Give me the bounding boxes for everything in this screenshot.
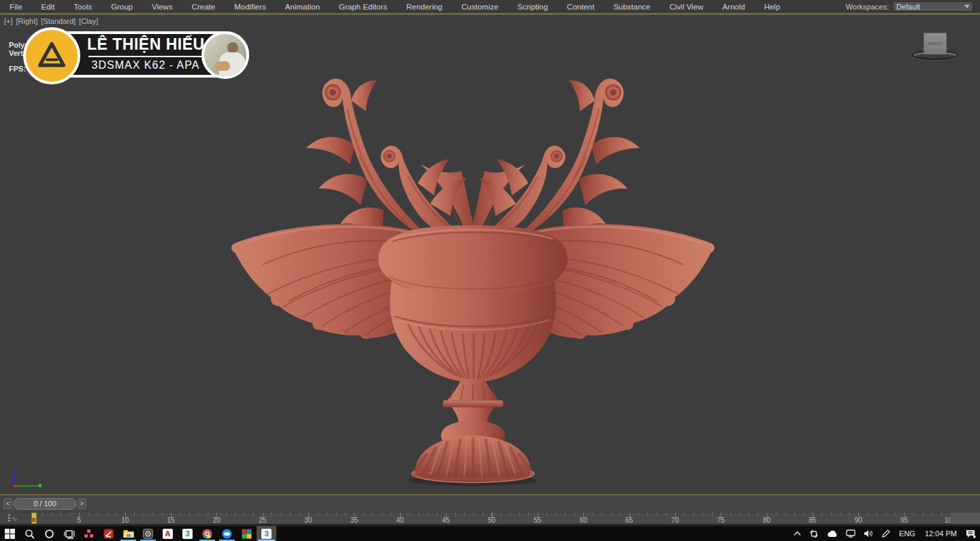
frame-number: 90	[855, 517, 862, 524]
3ds-max-active-button[interactable]: 3	[257, 526, 276, 541]
task-view-button[interactable]	[59, 526, 79, 541]
viewport-label-part[interactable]: [Clay]	[79, 17, 98, 25]
time-slider-handle[interactable]: 0 / 100	[14, 498, 76, 510]
volume-icon	[864, 529, 873, 538]
action-center-button[interactable]	[962, 526, 980, 541]
file-explorer-button[interactable]	[118, 526, 138, 541]
clock[interactable]: 12:04 PM	[920, 526, 962, 541]
task-view-icon	[64, 529, 75, 539]
volume-tray-button[interactable]	[860, 526, 877, 541]
red-nodes-app-button[interactable]	[79, 526, 99, 541]
viewport-label-part[interactable]: [+]	[4, 17, 13, 25]
menu-item[interactable]: Group	[101, 0, 142, 13]
menu-item[interactable]: Edit	[32, 0, 65, 13]
menu-item[interactable]: Graph Editors	[329, 0, 397, 13]
workspace-select[interactable]: Default	[893, 1, 973, 12]
start-button[interactable]	[0, 526, 20, 541]
action-center-icon	[966, 529, 976, 538]
menu-item[interactable]: Help	[755, 0, 790, 13]
frame-number: 60	[580, 517, 587, 524]
chevron-down-icon	[964, 5, 970, 8]
3ds-max-icon: 3	[182, 529, 193, 539]
menu-items: FileEditToolsGroupViewsCreateModifiersAn…	[0, 0, 789, 13]
z-axis	[14, 470, 16, 486]
frame-number: 40	[396, 517, 404, 524]
autocad-button[interactable]: A	[158, 526, 178, 541]
y-axis-tip	[39, 484, 42, 487]
curve-dots-icon	[8, 514, 10, 522]
frame-number: 30	[305, 517, 312, 524]
language-indicator[interactable]: ENG	[894, 526, 920, 541]
menu-item[interactable]: Create	[182, 0, 225, 13]
watermark-badge: LÊ THIỆN HIẾU 3DSMAX K62 - APA	[24, 30, 249, 79]
frame-number: 25	[259, 517, 266, 524]
previous-frame-button[interactable]: <	[3, 498, 12, 509]
3ds-max-button[interactable]: 3	[178, 526, 197, 541]
current-frame-marker[interactable]: 0	[31, 512, 37, 524]
frame-number: 75	[717, 517, 725, 524]
pen-icon	[881, 529, 890, 538]
frame-number: 95	[900, 517, 908, 524]
world-axis-tripod	[12, 470, 46, 490]
triangle-logo-icon	[23, 27, 80, 84]
time-slider-row: < 0 / 100 >	[0, 495, 980, 512]
taskbar: A 3 3	[0, 526, 980, 541]
frame-number: 20	[213, 517, 220, 524]
network-tray-button[interactable]	[842, 526, 860, 541]
red-nodes-app-icon	[84, 529, 94, 539]
avatar	[201, 31, 249, 79]
cortana-icon	[44, 529, 54, 539]
menu-item[interactable]: Arnold	[713, 0, 754, 13]
menu-item[interactable]: Tools	[64, 0, 101, 13]
autocad-icon: A	[163, 529, 173, 539]
zalo-icon	[222, 529, 232, 539]
viewport-label-part[interactable]: [Standard]	[41, 17, 76, 25]
red-swoosh-app-button[interactable]	[99, 526, 118, 541]
3ds-max-active-icon: 3	[261, 529, 272, 539]
frame-number: 55	[534, 517, 541, 524]
mini-curve-editor-button[interactable]: ∿	[0, 512, 31, 524]
viewport-canvas[interactable]: [+][Right][Standard][Clay] Polys: Verts:…	[0, 15, 980, 494]
viewcube[interactable]: RIGHT	[909, 31, 961, 69]
frame-number: 50	[488, 517, 495, 524]
chrome-icon	[202, 529, 212, 539]
workspaces-label: Workspaces:	[846, 3, 889, 11]
system-tray: ENG 12:04 PM	[789, 526, 980, 541]
windows-ink-tray-button[interactable]	[877, 526, 894, 541]
zalo-button[interactable]	[217, 526, 237, 541]
menu-item[interactable]: Scripting	[508, 0, 557, 13]
badge-subtitle: 3DSMAX K62 - APA	[87, 59, 204, 71]
menu-item[interactable]: Customize	[452, 0, 508, 13]
network-icon	[846, 529, 855, 538]
cortana-button[interactable]	[39, 526, 59, 541]
track-bar[interactable]: ∿ 05101520253035404550556065707580859095…	[0, 512, 980, 524]
menu-item[interactable]: Modifiers	[225, 0, 276, 13]
menu-item[interactable]: Rendering	[397, 0, 452, 13]
menu-item[interactable]: Civil View	[660, 0, 713, 13]
frame-ruler[interactable]: 0510152025303540455055606570758085909510…	[33, 512, 950, 524]
chevron-up-icon	[794, 531, 801, 536]
menu-item[interactable]: File	[0, 0, 32, 13]
search-icon	[24, 529, 35, 539]
curve-wave-icon: ∿	[12, 515, 18, 522]
viewport-label-part[interactable]: [Right]	[16, 17, 38, 25]
clay-model-3d	[0, 15, 980, 494]
menu-item[interactable]: Substance	[604, 0, 659, 13]
tray-chevron-button[interactable]	[789, 526, 805, 541]
search-button[interactable]	[20, 526, 39, 541]
frame-number: 5	[78, 517, 82, 524]
ruler-end-cap	[950, 512, 980, 524]
menu-item[interactable]: Content	[557, 0, 604, 13]
axis-origin	[14, 485, 16, 487]
viewcube-face[interactable]: RIGHT	[924, 33, 947, 54]
device-sync-tray-button[interactable]	[805, 526, 823, 541]
folder-icon	[123, 529, 134, 538]
chrome-button[interactable]	[197, 526, 217, 541]
onedrive-tray-button[interactable]	[823, 526, 842, 541]
next-frame-button[interactable]: >	[78, 498, 86, 509]
screenshot-tool-button[interactable]	[138, 526, 158, 541]
winrar-button[interactable]	[237, 526, 257, 541]
menu-item[interactable]: Animation	[276, 0, 329, 13]
menu-bar: FileEditToolsGroupViewsCreateModifiersAn…	[0, 0, 980, 13]
menu-item[interactable]: Views	[142, 0, 182, 13]
